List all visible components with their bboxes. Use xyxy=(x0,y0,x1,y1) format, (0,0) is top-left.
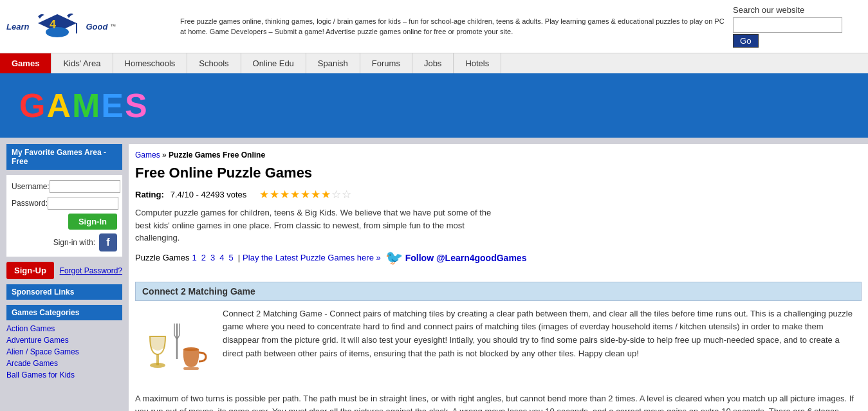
game-section-header: Connect 2 Matching Game xyxy=(135,282,862,301)
game-extra-description: A maximum of two turns is possible per p… xyxy=(135,392,862,412)
sign-in-with-label: Sign-in with: xyxy=(53,238,95,247)
page-title: Free Online Puzzle Games xyxy=(135,165,862,181)
game-description: Connect 2 Matching Game - Connect pairs … xyxy=(223,307,862,385)
sign-in-button[interactable]: Sign-In xyxy=(68,214,117,230)
logo-good: Good xyxy=(86,22,107,32)
signup-row: Sign-Up Forgot Password? xyxy=(6,262,122,279)
svg-rect-12 xyxy=(183,367,199,370)
svg-rect-5 xyxy=(156,354,159,365)
cat-action-games[interactable]: Action Games xyxy=(6,323,122,334)
main-content: Games » Puzzle Games Free Online Free On… xyxy=(129,144,868,411)
fav-area-header: My Favorite Games Area - Free xyxy=(6,144,122,170)
banner-letter-m: M xyxy=(72,87,101,124)
logo-icon: 4 xyxy=(32,9,83,44)
pagination-prefix: Puzzle Games xyxy=(135,253,190,262)
pagination: Puzzle Games 1 2 3 4 5 | Play the Latest… xyxy=(135,250,862,266)
games-banner: GAMES xyxy=(0,73,868,138)
description-text: Computer puzzle games for children, teen… xyxy=(135,206,495,244)
nav-item-forums[interactable]: Forums xyxy=(360,53,412,73)
nav-item-kids[interactable]: Kids' Area xyxy=(51,53,113,73)
games-banner-title: GAMES xyxy=(19,86,849,125)
page-1-link[interactable]: 1 xyxy=(192,253,197,262)
page-2-link[interactable]: 2 xyxy=(201,253,206,262)
nav-item-homeschools[interactable]: Homeschools xyxy=(113,53,188,73)
header: Learn 4 Good ™ Free puzzle games online,… xyxy=(0,0,868,53)
sponsored-links-header: Sponsored Links xyxy=(6,284,122,300)
login-form: Username: Password: Sign-In Sign-in with… xyxy=(6,175,122,257)
logo-tm: ™ xyxy=(110,23,116,30)
search-go-button[interactable]: Go xyxy=(733,34,759,48)
game-image xyxy=(135,307,212,385)
banner-letter-s: S xyxy=(125,87,149,124)
breadcrumb-games-link[interactable]: Games xyxy=(135,151,160,160)
main-layout: My Favorite Games Area - Free Username: … xyxy=(0,138,868,411)
play-latest-link[interactable]: Play the Latest Puzzle Games here » xyxy=(243,253,381,262)
password-row: Password: xyxy=(12,197,117,210)
nav-item-hotels[interactable]: Hotels xyxy=(454,53,501,73)
rating-row: Rating: 7.4/10 - 42493 votes ★★★★★★★☆☆ C… xyxy=(135,188,862,274)
breadcrumb-current: Puzzle Games Free Online xyxy=(169,151,265,160)
password-input[interactable] xyxy=(48,197,118,210)
nav-item-jobs[interactable]: Jobs xyxy=(412,53,454,73)
games-categories-header: Games Categories xyxy=(6,305,122,320)
rating-stars: ★★★★★★★☆☆ xyxy=(259,188,352,201)
username-input[interactable] xyxy=(50,180,120,193)
banner-letter-g: G xyxy=(19,87,46,124)
facebook-icon[interactable]: f xyxy=(99,233,117,251)
game-content: Connect 2 Matching Game - Connect pairs … xyxy=(135,307,862,385)
banner-letter-a: A xyxy=(46,87,72,124)
sidebar: My Favorite Games Area - Free Username: … xyxy=(0,138,129,411)
username-label: Username: xyxy=(12,182,50,191)
forgot-password-link[interactable]: Forgot Password? xyxy=(60,266,122,275)
header-description: Free puzzle games online, thinking games… xyxy=(174,16,733,37)
username-row: Username: xyxy=(12,180,117,193)
breadcrumb: Games » Puzzle Games Free Online xyxy=(135,151,862,160)
search-label: Search our website xyxy=(733,5,862,15)
rating-label: Rating: xyxy=(135,190,164,199)
rating-value: 7.4/10 - 42493 votes xyxy=(171,190,247,199)
cat-alien-space-games[interactable]: Alien / Space Games xyxy=(6,346,122,358)
twitter-bird-icon: 🐦 xyxy=(385,250,403,266)
cat-adventure-games[interactable]: Adventure Games xyxy=(6,334,122,346)
twitter-follow-link[interactable]: Follow @Learn4goodGames xyxy=(405,253,527,263)
cat-arcade-games[interactable]: Arcade Games xyxy=(6,358,122,369)
nav-item-schools[interactable]: Schools xyxy=(187,53,241,73)
stars-full: ★★★★★★★ xyxy=(259,188,331,201)
signup-button[interactable]: Sign-Up xyxy=(6,262,54,279)
svg-point-11 xyxy=(183,347,199,351)
rating-section: Rating: 7.4/10 - 42493 votes ★★★★★★★☆☆ xyxy=(135,188,862,201)
page-5-link[interactable]: 5 xyxy=(228,253,233,262)
stars-empty: ☆☆ xyxy=(331,188,352,201)
logo-learn: Learn xyxy=(6,22,29,32)
social-signin-row: Sign-in with: f xyxy=(12,233,117,251)
cat-ball-games[interactable]: Ball Games for Kids xyxy=(6,369,122,381)
password-label: Password: xyxy=(12,199,48,208)
description-column: Rating: 7.4/10 - 42493 votes ★★★★★★★☆☆ C… xyxy=(135,188,862,274)
breadcrumb-separator: » xyxy=(162,151,167,160)
banner-letter-e: E xyxy=(101,87,125,124)
header-search-area: Search our website Go xyxy=(733,5,862,48)
categories-list: Action Games Adventure Games Alien / Spa… xyxy=(6,323,122,381)
page-3-link[interactable]: 3 xyxy=(210,253,215,262)
nav-item-spanish[interactable]: Spanish xyxy=(306,53,360,73)
svg-text:4: 4 xyxy=(50,18,56,31)
game-thumbnail xyxy=(138,311,209,381)
navigation: Games Kids' Area Homeschools Schools Onl… xyxy=(0,53,868,73)
page-4-link[interactable]: 4 xyxy=(219,253,224,262)
pagination-sep: | xyxy=(238,253,240,262)
nav-item-games[interactable]: Games xyxy=(0,53,51,73)
logo-area: Learn 4 Good ™ xyxy=(6,9,174,44)
search-input[interactable] xyxy=(733,17,842,33)
nav-item-online-edu[interactable]: Online Edu xyxy=(241,53,306,73)
